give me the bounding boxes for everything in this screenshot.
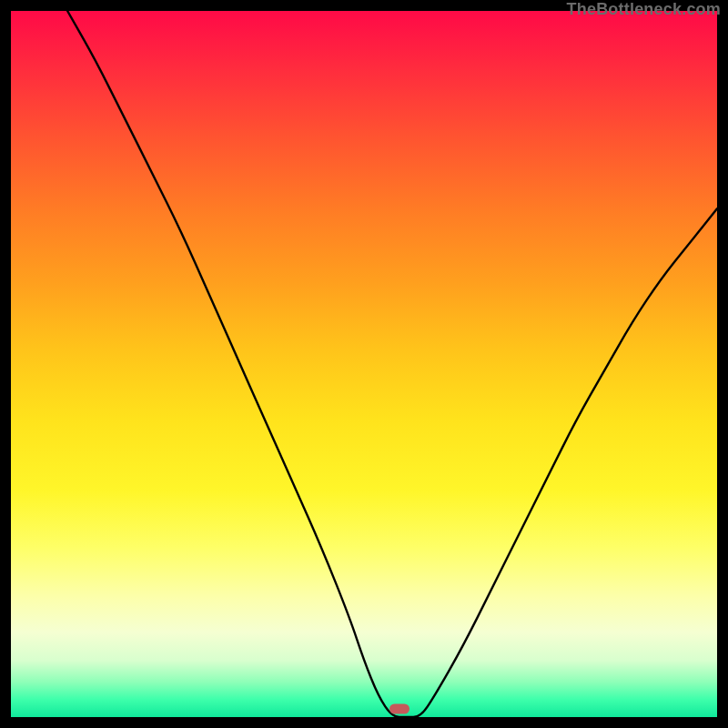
gradient-background — [11, 11, 717, 717]
plot-area — [11, 11, 717, 717]
chart-frame: TheBottleneck.com — [0, 0, 728, 728]
attribution-text: TheBottleneck.com — [567, 0, 721, 19]
